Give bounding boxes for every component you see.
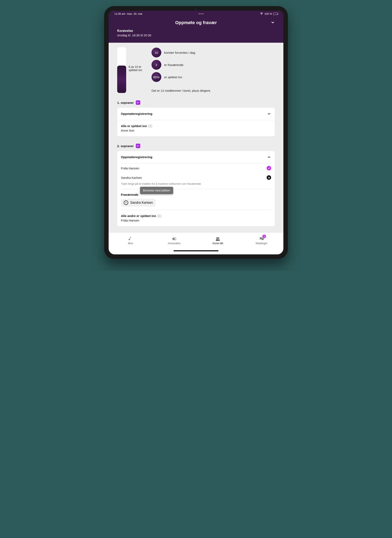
event-type: Korøvelse: [117, 29, 275, 33]
x-circle-icon[interactable]: [267, 175, 271, 180]
registration-toggle-s1[interactable]: Oppmøteregistrering: [117, 108, 275, 120]
chevron-down-icon[interactable]: [271, 20, 275, 24]
member-row[interactable]: Frida Hansen: [117, 163, 275, 173]
tab-learn[interactable]: Innstudere: [152, 232, 196, 249]
stat-checked-text: er sjekket inn: [164, 76, 182, 79]
page-title: Oppmøte og fravær: [117, 20, 275, 25]
music-note-icon: [128, 237, 133, 241]
status-time: 11:05 am: [114, 12, 125, 15]
home-indicator[interactable]: [109, 249, 283, 254]
tab-messages[interactable]: 1 Meldinger: [240, 232, 283, 249]
battery-text: 100 %: [264, 12, 272, 15]
info-icon: [124, 200, 128, 205]
stat-expected-text: korister forventes i dag: [164, 51, 195, 54]
circles-icon: [172, 237, 176, 241]
stat-footer: Det er 12 medlemmer i koret, pluss dirig…: [151, 89, 275, 92]
tab-practice[interactable]: Øve: [109, 232, 152, 249]
svg-point-4: [216, 237, 218, 239]
status-bar: 11:05 am man. 30. mai 100 %: [109, 11, 283, 17]
tab-label: Innstudere: [168, 242, 180, 245]
member-name: Frida Hansen: [121, 166, 139, 170]
chevron-up-icon: [267, 155, 271, 159]
absent-member-name: Sandra Karlsen: [130, 201, 153, 204]
check-circle-icon[interactable]: [267, 166, 271, 170]
section-2-title: 2. sopraner: [117, 144, 134, 148]
tab-choir[interactable]: Koret ditt: [196, 232, 240, 249]
stat-absent-circle: 2: [151, 60, 161, 70]
tab-label: Øve: [128, 242, 133, 245]
stat-expected-circle: 10: [151, 48, 161, 57]
registration-toggle-s2[interactable]: Oppmøteregistrering: [117, 151, 275, 163]
others-checked-label: Alle andre er sjekket inn: [121, 214, 156, 218]
member-name: Sandra Karlsen: [121, 176, 142, 179]
svg-point-0: [126, 202, 126, 202]
status-time-date: 11:05 am man. 30. mai: [114, 12, 142, 15]
people-icon: [216, 237, 220, 241]
stat-absent-text: er fraværende: [164, 63, 183, 67]
tab-label: Koret ditt: [213, 242, 223, 245]
all-checked-label-s1: Alle er sjekket inn: [121, 124, 147, 128]
absent-member-chip[interactable]: Sandra Karlsen: [121, 199, 156, 207]
event-time: onsdag kl. 18:30 til 20:30: [117, 33, 275, 37]
chevron-down-icon: [267, 112, 271, 116]
status-right: 100 %: [260, 12, 278, 15]
checklist-icon: [136, 100, 140, 105]
registration-label-s1: Oppmøteregistrering: [121, 112, 152, 116]
app-header: Oppmøte og fravær Korøvelse onsdag kl. 1…: [109, 17, 283, 43]
registration-label-s2: Oppmøteregistrering: [121, 155, 152, 159]
absence-tooltip: Bortreist med jobben: [140, 187, 173, 194]
wifi-icon: [260, 12, 263, 15]
section-1-title: 1. sopraner: [117, 101, 134, 104]
others-checked-member: Frida Hansen: [121, 219, 271, 222]
svg-point-5: [218, 238, 219, 239]
others-checked-count: (1): [157, 214, 162, 218]
camera-dot: [195, 8, 197, 10]
battery-icon: [273, 13, 278, 15]
checklist-icon: [136, 144, 140, 148]
svg-rect-1: [126, 203, 126, 203]
status-center-dots: [199, 13, 203, 14]
member-row[interactable]: Sandra Karlsen: [117, 173, 275, 182]
member-name-s1: Anne Son: [121, 129, 271, 132]
tab-label: Meldinger: [256, 242, 267, 245]
status-date: man. 30. mai: [127, 12, 142, 15]
all-checked-count-s1: (1): [148, 124, 152, 128]
progress-label: 6 av 10 er sjekket inn: [129, 65, 149, 72]
stat-checked-circle: 60%: [151, 72, 161, 82]
tab-bar: Øve Innstudere Koret ditt 1 Meldinger: [109, 232, 283, 249]
progress-bar: [117, 47, 126, 93]
messages-badge: 1: [262, 235, 266, 238]
